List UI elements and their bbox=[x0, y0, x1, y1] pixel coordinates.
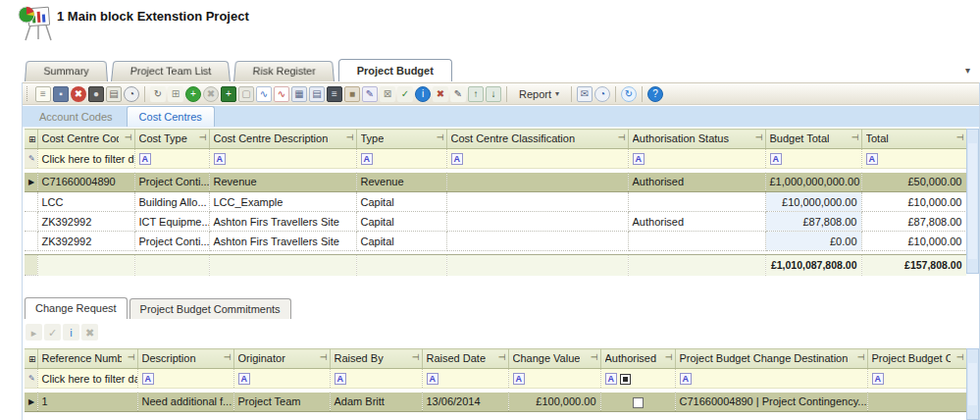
tab-project-budget[interactable]: Project Budget bbox=[338, 59, 452, 81]
bottom-grid-scrollbar[interactable] bbox=[966, 348, 979, 420]
add-screen-icon[interactable]: + bbox=[221, 86, 236, 102]
grid-cell[interactable]: Project Conti... bbox=[134, 232, 209, 251]
change-request-info-icon[interactable]: i bbox=[63, 324, 79, 341]
report-button[interactable]: Report▾ bbox=[513, 86, 565, 102]
grid-cell[interactable]: Ashton Firs Travellers Site bbox=[209, 232, 356, 251]
filter-type-icon[interactable]: A bbox=[866, 153, 879, 165]
grid-cell[interactable]: Capital bbox=[356, 232, 446, 251]
save-icon[interactable]: ▪ bbox=[53, 86, 69, 102]
column-header[interactable]: Description⊣ bbox=[137, 349, 233, 369]
column-header[interactable]: Project Budget Change Destination⊣ bbox=[675, 349, 867, 369]
tab-overflow-icon[interactable]: ▾ bbox=[965, 65, 970, 76]
grid-cell[interactable]: 1 bbox=[37, 393, 137, 412]
filter-type-icon[interactable]: A bbox=[770, 153, 783, 165]
move-up-icon[interactable]: ↑ bbox=[468, 86, 484, 102]
column-header[interactable]: Project Budget Chang⊣ bbox=[867, 349, 966, 369]
grid-cell[interactable]: 13/06/2014 bbox=[422, 393, 508, 412]
filter-type-icon[interactable]: A bbox=[142, 373, 155, 385]
grid-cell[interactable]: ICT Equipme... bbox=[134, 212, 209, 232]
chart-forecast-icon[interactable]: ∿ bbox=[274, 86, 289, 102]
pin-icon[interactable]: ⊣ bbox=[412, 352, 420, 362]
pin-icon[interactable]: ⊣ bbox=[437, 132, 444, 142]
tab-project-budget-commitments[interactable]: Project Budget Commitments bbox=[129, 298, 291, 319]
pin-icon[interactable]: ⊣ bbox=[320, 352, 328, 362]
calculator-icon[interactable]: ≡ bbox=[327, 86, 342, 102]
pin-icon[interactable]: ⊣ bbox=[956, 132, 964, 142]
column-header[interactable]: Originator⊣ bbox=[233, 349, 330, 369]
grid-cell[interactable]: Authorised bbox=[628, 212, 765, 232]
filter-cell[interactable]: A bbox=[867, 369, 966, 389]
monitor-chart-icon[interactable]: ▦ bbox=[291, 86, 307, 102]
grid-cell[interactable]: £87,808.00 bbox=[765, 212, 861, 232]
grid-row[interactable]: ZK392992Project Conti...Ashton Firs Trav… bbox=[25, 232, 966, 251]
document-audit-icon[interactable]: ✎ bbox=[450, 86, 466, 102]
grid-cell[interactable]: £10,000.00 bbox=[861, 192, 966, 212]
column-header[interactable]: Cost Centre Classification⊣ bbox=[446, 130, 628, 149]
grid-row[interactable]: ▶1Need additional f...Project TeamAdam B… bbox=[25, 393, 966, 412]
refresh-rows-icon[interactable]: ↻ bbox=[150, 86, 166, 102]
add-row-icon[interactable]: + bbox=[185, 86, 201, 102]
grid-cell[interactable] bbox=[446, 173, 628, 192]
filter-cell[interactable]: A bbox=[765, 149, 861, 169]
filter-cell[interactable]: A bbox=[356, 149, 446, 169]
grid-row[interactable]: ▶C71660004890Project Conti...RevenueReve… bbox=[25, 173, 966, 192]
grid-cell[interactable]: Revenue bbox=[209, 173, 356, 192]
tab-summary[interactable]: Summary bbox=[25, 61, 108, 81]
column-header[interactable]: Raised By⊣ bbox=[330, 349, 422, 369]
move-down-icon[interactable]: ↓ bbox=[486, 86, 501, 102]
tab-project-team-list[interactable]: Project Team List bbox=[111, 61, 231, 81]
top-grid-scrollbar[interactable] bbox=[966, 129, 979, 274]
toolbox-icon[interactable]: ■ bbox=[344, 86, 360, 102]
export-close-icon[interactable]: ⊠ bbox=[380, 86, 395, 102]
grid-cell[interactable]: £10,000,000.00 bbox=[765, 192, 861, 212]
grid-cell[interactable]: C71660004890 | Project Contingency... bbox=[675, 393, 867, 412]
pin-icon[interactable]: ⊣ bbox=[199, 132, 207, 142]
refresh-icon[interactable]: ↻ bbox=[621, 86, 637, 102]
authorised-checkbox[interactable] bbox=[633, 397, 644, 408]
filter-cell[interactable]: Click here to filter data... bbox=[37, 369, 137, 389]
pin-icon[interactable]: ⊣ bbox=[956, 352, 964, 362]
grid-cell[interactable]: £87,808.00 bbox=[861, 212, 966, 232]
filter-cell[interactable]: A bbox=[675, 369, 867, 389]
pin-icon[interactable]: ⊣ bbox=[618, 132, 626, 142]
grid-cell[interactable]: Adam Britt bbox=[330, 393, 422, 412]
pin-icon[interactable]: ⊣ bbox=[224, 352, 232, 362]
tab-risk-register[interactable]: Risk Register bbox=[233, 61, 335, 81]
pin-icon[interactable]: ⊣ bbox=[591, 352, 598, 362]
snapshot-icon[interactable]: ● bbox=[88, 86, 104, 102]
grid-cell[interactable]: C71660004890 bbox=[37, 173, 134, 192]
grid-cell[interactable]: Building Allo... bbox=[134, 192, 209, 212]
filter-cell[interactable]: A bbox=[134, 149, 209, 169]
filter-type-icon[interactable]: A bbox=[633, 153, 645, 165]
grid-cell[interactable]: Capital bbox=[356, 212, 446, 232]
screen-icon[interactable]: ▢ bbox=[238, 86, 254, 102]
column-header[interactable]: Budget Total⊣ bbox=[765, 130, 861, 149]
delete-change-request-icon[interactable]: ✖ bbox=[81, 324, 98, 341]
column-header[interactable]: Authorisation Status⊣ bbox=[628, 130, 765, 149]
grid-cell[interactable] bbox=[446, 212, 628, 232]
filter-type-icon[interactable]: A bbox=[361, 153, 374, 165]
pin-icon[interactable]: ⊣ bbox=[128, 352, 135, 362]
filter-cell[interactable]: Click here to filter data... bbox=[37, 149, 134, 169]
filter-type-icon[interactable]: A bbox=[513, 373, 526, 385]
column-header[interactable]: Change Value⊣ bbox=[508, 349, 600, 369]
filter-checkbox[interactable] bbox=[620, 374, 631, 385]
filter-type-icon[interactable]: A bbox=[214, 153, 227, 165]
grid-cell[interactable]: Capital bbox=[356, 192, 446, 212]
grid-cell[interactable]: £10,000.00 bbox=[861, 232, 966, 251]
export-delete-icon[interactable]: ✖ bbox=[433, 86, 448, 102]
grid-cell[interactable]: LCC_Example bbox=[209, 192, 356, 212]
pin-icon[interactable]: ⊣ bbox=[857, 352, 865, 362]
filter-cell[interactable]: A bbox=[446, 149, 628, 169]
scheduler-icon[interactable]: ◔ bbox=[124, 86, 139, 102]
print-icon[interactable]: ▤ bbox=[106, 86, 122, 102]
column-header[interactable]: Cost Centre Code⊣ bbox=[37, 130, 134, 149]
grid-cell[interactable]: £0.00 bbox=[765, 232, 861, 251]
grid-row[interactable]: ZK392992ICT Equipme...Ashton Firs Travel… bbox=[25, 212, 966, 232]
subtab-account-codes[interactable]: Account Codes bbox=[27, 107, 125, 127]
time-log-icon[interactable]: ◔ bbox=[594, 86, 610, 102]
column-header[interactable]: Raised Date⊣ bbox=[422, 349, 508, 369]
delete-row-icon[interactable]: ✖ bbox=[203, 86, 219, 102]
filter-cell[interactable]: A bbox=[422, 369, 508, 389]
filter-type-icon[interactable]: A bbox=[427, 373, 439, 385]
